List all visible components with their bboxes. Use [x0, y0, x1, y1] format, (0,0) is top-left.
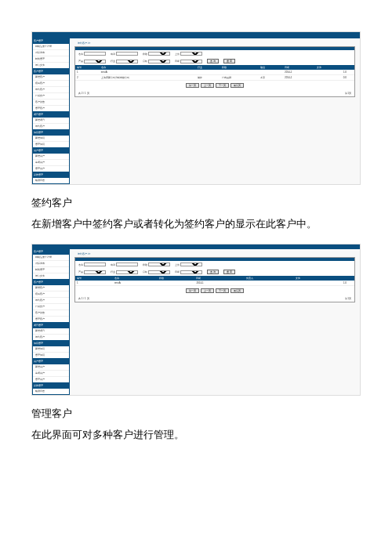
sidebar-group: 系统管理 错误日志: [32, 383, 70, 395]
sidebar-item[interactable]: 新增项目: [33, 328, 69, 335]
sidebar-item[interactable]: 已成交户: [33, 93, 69, 100]
sidebar-item[interactable]: 新增客户: [33, 74, 69, 81]
sidebar-group-header: 项目管理: [32, 323, 70, 328]
sidebar: 客户管理 网站注册个详细 对标准表 树状管理 签订文件 客户管理 新增客户 填写…: [32, 249, 70, 395]
select-stage[interactable]: [148, 263, 170, 266]
input-phone[interactable]: [116, 263, 138, 266]
sidebar-item[interactable]: 管理用户: [33, 377, 69, 382]
sidebar-group: 知识管理 新增知识 管理知识: [32, 130, 70, 148]
sidebar-item[interactable]: 错误日志: [33, 178, 69, 183]
pager-next[interactable]: 下一页: [216, 288, 229, 293]
table-row[interactable]: 2 上海康新公司分销有限公司 餐饮 已有品牌 本部 2014-1 0.0: [75, 75, 354, 81]
main-content: 签约客户 >> 名称 电话 阶段 上传 产品 行业 月初 日期 查 询: [70, 38, 360, 184]
sidebar-item[interactable]: 客户报告: [33, 100, 69, 106]
sidebar-item[interactable]: 已成交户: [33, 304, 69, 310]
breadcrumb: 签约客户 >>: [78, 252, 355, 255]
label-industry: 行业: [111, 60, 115, 63]
pager-last[interactable]: 最后页: [230, 288, 244, 293]
sidebar-item[interactable]: 新增知识: [33, 346, 69, 353]
sidebar-item[interactable]: 单项用户: [33, 160, 69, 166]
select-industry[interactable]: [116, 60, 138, 63]
sidebar-item[interactable]: 新增用户: [33, 154, 69, 160]
pager-prev[interactable]: 上一页: [201, 288, 214, 293]
reset-button[interactable]: 重 置: [223, 270, 235, 274]
sidebar-item[interactable]: 管理用户: [33, 166, 69, 172]
results-table: 编号 名称 行业 阶段 建档 日期 文件 1 emoA: [75, 65, 354, 81]
label-time: 日期: [175, 270, 180, 273]
select-prod[interactable]: [84, 60, 106, 63]
sidebar-item[interactable]: 签约客户: [33, 335, 69, 340]
sidebar-group-header: 用户管理: [32, 359, 70, 364]
sidebar-item[interactable]: 错误日志: [33, 389, 69, 394]
pager-first[interactable]: 第一页: [186, 288, 199, 293]
sidebar-item[interactable]: 网站注册个详细: [33, 255, 69, 261]
sidebar-group: 系统管理 错误日志: [32, 172, 70, 184]
paragraph-manage-desc: 在此界面可对多种客户进行管理。: [31, 425, 361, 444]
sidebar-item[interactable]: 网站注册个详细: [33, 44, 69, 50]
query-button[interactable]: 查 询: [207, 59, 219, 63]
sidebar-item[interactable]: 树状管理: [33, 56, 69, 63]
search-panel: 名称 电话 阶段 上传 产品 行业 月初 日期 查 询 重 置: [74, 46, 355, 97]
pager-prev[interactable]: 上一页: [201, 83, 214, 88]
sidebar-item[interactable]: 管理知识: [33, 142, 69, 147]
sidebar-item[interactable]: 管理知识: [33, 353, 69, 358]
sidebar-group: 客户管理 新增客户 填写客户 签约客户 已成交户 客户报告 管理客户: [32, 280, 70, 323]
sidebar-item[interactable]: 签约客户: [33, 124, 69, 129]
sidebar-group-header: 知识管理: [32, 341, 70, 346]
sidebar-item[interactable]: 对标准表: [33, 50, 69, 56]
sidebar-item[interactable]: 新增知识: [33, 136, 69, 142]
sidebar-group: 客户管理 网站注册个详细 对标准表 树状管理 签订文件: [32, 38, 70, 69]
sidebar-item[interactable]: 单项用户: [33, 371, 69, 377]
search-panel: 名称 电话 阶段 上传 产品 行业 月初 日期 查 询 重 置: [74, 257, 355, 302]
sidebar-item[interactable]: 填写客户: [33, 291, 69, 298]
query-button[interactable]: 查 询: [207, 270, 219, 274]
select-month[interactable]: [148, 270, 170, 274]
select-origin[interactable]: [180, 52, 202, 56]
label-origin: 上传: [175, 263, 180, 266]
sidebar-group: 客户管理 新增客户 填写客户 签约客户 已成交户 客户报告 管理客户: [32, 69, 70, 112]
select-time[interactable]: [180, 60, 202, 63]
select-time[interactable]: [180, 270, 202, 274]
sidebar-item[interactable]: 管理客户: [33, 106, 69, 111]
sidebar-item[interactable]: 签约客户: [33, 298, 69, 304]
label-industry: 行业: [111, 270, 115, 273]
sidebar-item[interactable]: 对标准表: [33, 261, 69, 267]
pager-last[interactable]: 最后页: [230, 83, 244, 88]
sidebar-group: 用户管理 新增用户 单项用户 管理用户: [32, 148, 70, 172]
sidebar-item[interactable]: 客户报告: [33, 310, 69, 317]
sidebar-group: 用户管理 新增用户 单项用户 管理用户: [32, 359, 70, 383]
reset-button[interactable]: 重 置: [223, 59, 235, 63]
table-row[interactable]: 1 emoA 2014-1 1.0: [75, 281, 354, 286]
sidebar-item[interactable]: 管理客户: [33, 317, 69, 322]
results-table: 编号 名称 阶段 日期 负责人 文件 1 emoA: [75, 276, 354, 286]
sidebar-item[interactable]: 填写客户: [33, 81, 69, 87]
heading-signed-customers: 签约客户: [31, 196, 361, 210]
select-stage[interactable]: [148, 52, 170, 56]
select-origin[interactable]: [180, 263, 202, 266]
label-time: 日期: [175, 60, 180, 63]
breadcrumb: 签约客户 >>: [78, 42, 355, 45]
select-prod[interactable]: [84, 270, 106, 274]
sidebar-item[interactable]: 签约客户: [33, 87, 69, 93]
sidebar-item[interactable]: 签订文件: [33, 273, 69, 279]
input-name[interactable]: [84, 263, 106, 266]
sidebar-group: 项目管理 新增项目 签约客户: [32, 112, 70, 130]
sidebar: 客户管理 网站注册个详细 对标准表 树状管理 签订文件 客户管理 新增客户 填写…: [32, 38, 70, 184]
label-stage: 阶段: [143, 53, 147, 56]
label-phone: 电话: [111, 263, 115, 266]
select-month[interactable]: [148, 60, 170, 63]
sidebar-group-header: 项目管理: [32, 112, 70, 118]
sidebar-item[interactable]: 新增客户: [33, 285, 69, 291]
sidebar-item[interactable]: 新增项目: [33, 118, 69, 124]
pager-first[interactable]: 第一页: [186, 83, 199, 88]
sidebar-item[interactable]: 签订文件: [33, 63, 69, 68]
pager-next[interactable]: 下一页: [216, 83, 229, 88]
sidebar-group-header: 知识管理: [32, 130, 70, 136]
label-stage: 阶段: [143, 263, 147, 266]
sidebar-item[interactable]: 树状管理: [33, 267, 69, 273]
select-industry[interactable]: [116, 270, 138, 274]
input-phone[interactable]: [116, 52, 138, 56]
label-name: 名称: [78, 263, 83, 266]
input-name[interactable]: [84, 52, 106, 56]
sidebar-item[interactable]: 新增用户: [33, 364, 69, 371]
